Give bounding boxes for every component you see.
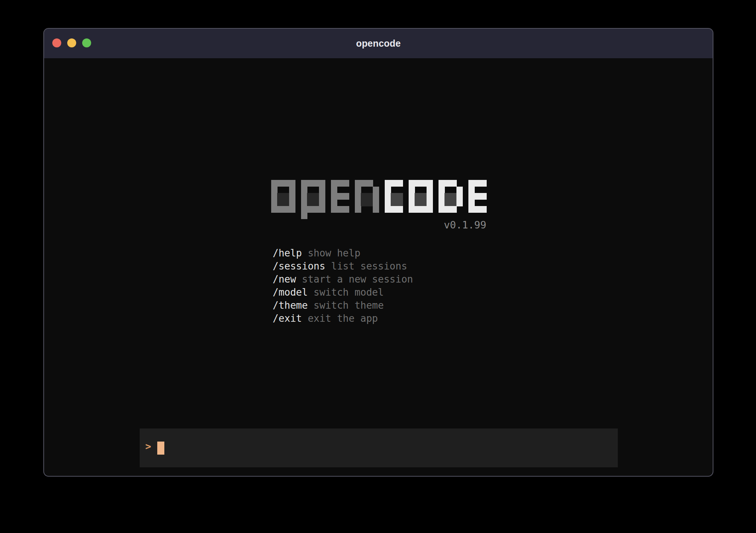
logo-pixel — [319, 180, 325, 187]
logo-pixel — [373, 193, 379, 200]
logo-pixel-shadow — [397, 193, 403, 200]
logo-pixel — [397, 206, 403, 213]
logo-pixel — [450, 206, 457, 213]
logo-pixel — [439, 180, 445, 187]
logo-pixel-shadow — [283, 193, 289, 200]
logo-pixel — [271, 180, 278, 187]
logo-pixel — [373, 200, 379, 206]
logo-pixel — [409, 180, 415, 187]
logo-pixel — [468, 193, 475, 200]
text-cursor — [157, 442, 164, 455]
logo-pixel — [283, 180, 289, 187]
logo-letter-o-muted — [271, 180, 295, 219]
command-list: /helpshow help /sessionslist sessions /n… — [273, 247, 413, 325]
close-button[interactable] — [52, 38, 61, 47]
logo-pixel-shadow — [367, 193, 373, 200]
logo-pixel — [355, 206, 361, 213]
logo-pixel — [337, 206, 343, 213]
logo-pixel-shadow — [415, 193, 421, 200]
logo-pixel — [480, 193, 487, 200]
logo-pixel — [355, 193, 361, 200]
logo-pixel — [444, 180, 451, 187]
logo-pixel — [289, 193, 295, 200]
logo-pixel — [444, 206, 451, 213]
logo-pixel — [277, 180, 284, 187]
window-title: opencode — [356, 38, 401, 49]
logo-pixel — [373, 187, 379, 193]
logo-pixel-shadow — [367, 200, 373, 206]
command-row-model: /modelswitch model — [273, 286, 413, 299]
logo-pixel-shadow — [313, 193, 319, 200]
logo-pixel — [355, 180, 361, 187]
logo-pixel — [439, 206, 445, 213]
logo-pixel — [409, 187, 415, 193]
logo-pixel — [480, 206, 487, 213]
logo-pixel — [301, 213, 307, 219]
logo-pixel — [421, 180, 427, 187]
status-bar: entersend AnthropicClaude 4 Sonnet — [140, 469, 618, 477]
logo-pixel — [331, 180, 337, 187]
logo-pixel — [397, 180, 403, 187]
command-name: /exit — [273, 313, 308, 324]
command-name: /new — [273, 274, 302, 285]
command-name: /sessions — [273, 261, 331, 272]
logo-pixel — [361, 180, 367, 187]
logo-pixel — [277, 206, 284, 213]
logo-pixel — [343, 180, 349, 187]
logo-pixel — [355, 187, 361, 193]
command-description: start a new session — [302, 274, 413, 285]
logo-pixel — [301, 180, 307, 187]
zoom-button[interactable] — [82, 38, 91, 47]
logo-pixel — [283, 206, 289, 213]
logo-pixel — [391, 206, 397, 213]
window-titlebar[interactable]: opencode — [44, 29, 713, 58]
logo-pixel-shadow — [391, 200, 397, 206]
logo-pixel-shadow — [277, 193, 284, 200]
logo-letter-e-bright — [468, 180, 486, 219]
desktop-background: opencode v0.1.99 /helpshow help /session… — [0, 0, 756, 533]
logo-pixel — [373, 206, 379, 213]
logo-pixel — [421, 206, 427, 213]
message-input[interactable]: > — [140, 428, 618, 467]
version-label: v0.1.99 — [271, 219, 486, 231]
terminal-content: v0.1.99 /helpshow help /sessionslist ses… — [44, 58, 713, 476]
logo-pixel — [343, 206, 349, 213]
logo-pixel — [474, 180, 481, 187]
model-indicator: AnthropicClaude 4 Sonnet — [406, 469, 611, 477]
logo-pixel — [474, 193, 481, 200]
logo-pixel — [415, 206, 421, 213]
logo-pixel — [319, 200, 325, 206]
logo-letter-e-muted — [331, 180, 349, 219]
logo-pixel — [439, 200, 445, 206]
logo-pixel-shadow — [361, 200, 367, 206]
logo-pixel — [301, 193, 307, 200]
logo-pixel — [355, 200, 361, 206]
logo-letter-p-muted — [301, 180, 325, 219]
logo-pixel — [456, 200, 463, 206]
command-description: switch theme — [314, 300, 384, 311]
logo-pixel — [468, 206, 475, 213]
logo-pixel — [450, 180, 457, 187]
logo-pixel-shadow — [397, 200, 403, 206]
logo-pixel — [301, 200, 307, 206]
command-name: /theme — [273, 300, 314, 311]
logo-pixel — [319, 193, 325, 200]
logo-pixel-shadow — [391, 193, 397, 200]
enter-send-hint: entersend — [146, 469, 263, 477]
logo-pixel — [271, 187, 278, 193]
logo-pixel — [385, 193, 391, 200]
logo-pixel — [427, 200, 433, 206]
logo-pixel-shadow — [277, 200, 284, 206]
logo-pixel — [313, 206, 319, 213]
logo-pixel — [480, 180, 487, 187]
minimize-button[interactable] — [67, 38, 76, 47]
logo-pixel — [319, 206, 325, 213]
command-row-exit: /exitexit the app — [273, 312, 413, 325]
logo-pixel-shadow — [313, 200, 319, 206]
logo-pixel — [307, 180, 313, 187]
logo-pixel — [337, 193, 343, 200]
logo-pixel — [319, 187, 325, 193]
logo-pixel — [343, 193, 349, 200]
logo-pixel — [409, 200, 415, 206]
logo-pixel — [289, 206, 295, 213]
